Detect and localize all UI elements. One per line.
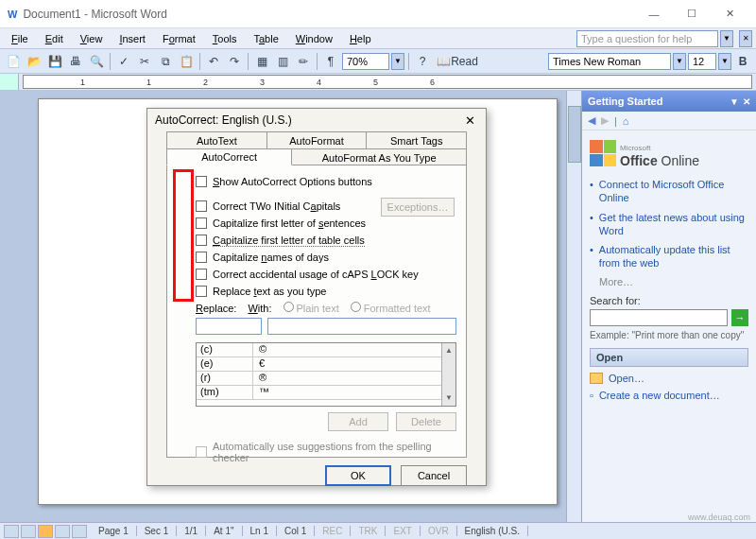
- with-input[interactable]: [267, 318, 456, 335]
- menu-table[interactable]: Table: [246, 31, 285, 46]
- status-ovr[interactable]: OVR: [421, 526, 457, 536]
- menu-help[interactable]: Help: [342, 31, 379, 46]
- taskpane-link[interactable]: •Get the latest news about using Word: [590, 211, 748, 238]
- font-combo[interactable]: Times New Roman: [548, 53, 671, 70]
- taskpane-dropdown-icon[interactable]: ▼: [730, 96, 739, 107]
- maximize-button[interactable]: ☐: [673, 1, 711, 27]
- window-title-bar: W Document1 - Microsoft Word — ☐ ✕: [0, 0, 756, 28]
- tab-autocorrect[interactable]: AutoCorrect: [166, 148, 292, 165]
- menu-bar: File Edit View Insert Format Tools Table…: [0, 28, 756, 49]
- menu-edit[interactable]: Edit: [38, 31, 71, 46]
- font-dropdown[interactable]: ▼: [673, 53, 686, 70]
- reading-view-button[interactable]: [72, 525, 87, 538]
- table-icon[interactable]: ▦: [252, 52, 271, 71]
- scroll-down-icon[interactable]: ▼: [442, 391, 455, 404]
- size-dropdown[interactable]: ▼: [718, 53, 731, 70]
- open-link[interactable]: Open…: [590, 373, 748, 384]
- table-scrollbar[interactable]: ▲▼: [441, 343, 455, 406]
- close-window-button[interactable]: ✕: [711, 1, 748, 27]
- status-ext[interactable]: EXT: [386, 526, 420, 536]
- open-icon[interactable]: 📂: [25, 52, 43, 71]
- print-view-button[interactable]: [38, 525, 53, 538]
- checkbox-caps-lock[interactable]: [196, 269, 207, 280]
- taskpane-more-link[interactable]: More…: [599, 276, 748, 287]
- tab-smart-tags[interactable]: Smart Tags: [367, 131, 467, 148]
- taskpane-close-icon[interactable]: ✕: [743, 96, 750, 107]
- nav-back-icon[interactable]: ◀: [588, 114, 595, 127]
- checkbox-auto-suggestions[interactable]: [196, 446, 207, 458]
- font-size-combo[interactable]: 12: [688, 53, 716, 70]
- help-icon[interactable]: ?: [413, 52, 432, 71]
- menu-window[interactable]: Window: [288, 31, 340, 46]
- status-rec[interactable]: REC: [315, 526, 351, 536]
- zoom-dropdown[interactable]: ▼: [391, 53, 404, 70]
- highlight-annotation: [173, 169, 194, 302]
- exceptions-button[interactable]: Exceptions…: [381, 198, 455, 217]
- menu-insert[interactable]: Insert: [112, 31, 153, 46]
- taskpane-title-bar: Getting Started ▼ ✕: [582, 91, 756, 112]
- search-example: Example: "Print more than one copy": [590, 330, 748, 340]
- paste-icon[interactable]: 📋: [177, 52, 196, 71]
- checkbox-replace-text[interactable]: [196, 286, 207, 297]
- preview-icon[interactable]: 🔍: [87, 52, 106, 71]
- new-doc-icon[interactable]: 📄: [4, 52, 23, 71]
- zoom-combo[interactable]: 70%: [342, 53, 389, 70]
- search-input[interactable]: [590, 309, 728, 326]
- replace-input[interactable]: [196, 318, 262, 335]
- menu-view[interactable]: View: [73, 31, 111, 46]
- scroll-up-icon[interactable]: ▲: [442, 343, 455, 356]
- checkbox-cap-days[interactable]: [196, 252, 207, 263]
- drawing-icon[interactable]: ✏: [294, 52, 313, 71]
- copy-icon[interactable]: ⧉: [156, 52, 175, 71]
- new-document-link[interactable]: ▫Create a new document…: [590, 390, 748, 401]
- minimize-button[interactable]: —: [635, 1, 673, 27]
- taskpane-link[interactable]: •Connect to Microsoft Office Online: [590, 178, 748, 205]
- horizontal-ruler[interactable]: 1 1 2 3 4 5 6: [23, 75, 752, 89]
- nav-home-icon[interactable]: ⌂: [623, 115, 629, 127]
- menu-file[interactable]: File: [4, 31, 36, 46]
- help-dropdown-button[interactable]: ▼: [720, 30, 733, 47]
- cancel-button[interactable]: Cancel: [401, 465, 467, 486]
- taskpane-link[interactable]: •Automatically update this list from the…: [590, 243, 748, 270]
- help-search-box[interactable]: Type a question for help: [576, 30, 718, 47]
- web-view-button[interactable]: [21, 525, 36, 538]
- outline-view-button[interactable]: [55, 525, 70, 538]
- read-mode-button[interactable]: 📖 Read: [434, 52, 481, 71]
- vertical-scrollbar[interactable]: [566, 91, 581, 522]
- menu-format[interactable]: Format: [155, 31, 203, 46]
- autocorrect-entries-table[interactable]: (c)© (e)€ (r)® (tm)™ ▲▼: [196, 342, 456, 407]
- save-icon[interactable]: 💾: [45, 52, 64, 71]
- tab-autoformat[interactable]: AutoFormat: [267, 131, 368, 148]
- tab-autoformat-as-you-type[interactable]: AutoFormat As You Type: [292, 148, 467, 165]
- checkbox-cap-table-cells[interactable]: [196, 235, 207, 246]
- columns-icon[interactable]: ▥: [273, 52, 292, 71]
- scroll-thumb[interactable]: [568, 106, 581, 163]
- nav-fwd-icon[interactable]: ▶: [601, 114, 609, 127]
- ok-button[interactable]: OK: [325, 465, 391, 486]
- normal-view-button[interactable]: [4, 525, 19, 538]
- table-row: (tm)™: [197, 386, 455, 400]
- redo-icon[interactable]: ↷: [225, 52, 244, 71]
- bold-button[interactable]: B: [733, 52, 752, 71]
- print-icon[interactable]: 🖶: [66, 52, 85, 71]
- add-button[interactable]: Add: [328, 412, 388, 431]
- search-go-button[interactable]: →: [731, 309, 748, 326]
- taskpane-nav: ◀ ▶ | ⌂: [582, 112, 756, 130]
- checkbox-show-options[interactable]: [196, 176, 207, 187]
- delete-button[interactable]: Delete: [396, 412, 456, 431]
- undo-icon[interactable]: ↶: [204, 52, 223, 71]
- table-row: (e)€: [197, 357, 455, 372]
- checkbox-cap-sentences[interactable]: [196, 217, 207, 229]
- cut-icon[interactable]: ✂: [135, 52, 154, 71]
- radio-formatted: [351, 302, 361, 312]
- menu-tools[interactable]: Tools: [205, 31, 245, 46]
- dialog-close-button[interactable]: ✕: [461, 112, 478, 129]
- status-trk[interactable]: TRK: [351, 526, 386, 536]
- checkbox-two-initial[interactable]: [196, 200, 207, 212]
- show-marks-icon[interactable]: ¶: [321, 52, 340, 71]
- close-doc-button[interactable]: ✕: [739, 30, 752, 47]
- status-at: At 1": [206, 526, 242, 536]
- tab-autotext[interactable]: AutoText: [166, 131, 267, 148]
- status-language[interactable]: English (U.S.: [457, 526, 528, 536]
- spell-icon[interactable]: ✓: [114, 52, 133, 71]
